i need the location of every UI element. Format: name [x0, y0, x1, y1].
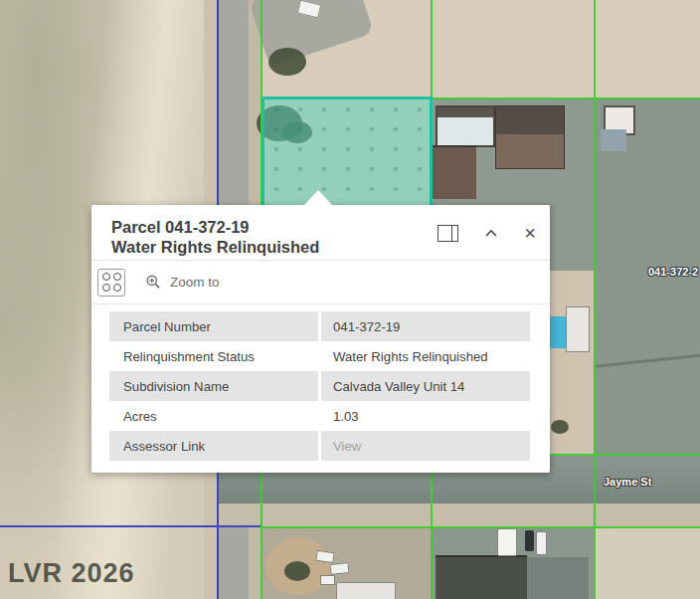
- pool-property-strip: [545, 271, 594, 460]
- truck: [320, 575, 335, 585]
- field-edge-line: [586, 352, 700, 369]
- brown-structure: [433, 145, 476, 199]
- field-row-acres: Acres 1.03: [109, 401, 530, 431]
- map-viewport[interactable]: 041-372-2 Jayme St LVR 2026 Parcel 041-3…: [0, 0, 700, 599]
- parcel-number-map-label: 041-372-2: [648, 266, 698, 278]
- field-value: Water Rights Relinquished: [321, 341, 530, 371]
- selected-parcel-highlight[interactable]: [262, 97, 433, 211]
- parcel-line-vertical-3: [594, 0, 596, 599]
- gray-roof-building: [601, 129, 626, 151]
- white-car: [536, 531, 547, 555]
- dock-button[interactable]: [438, 223, 458, 243]
- popup-header: Parcel 041-372-19 Water Rights Relinquis…: [91, 205, 550, 261]
- field-row-parcel-number: Parcel Number 041-372-19: [109, 311, 530, 341]
- close-icon: ×: [524, 225, 536, 241]
- zoom-to-icon: [145, 274, 162, 291]
- main-house-building: [495, 105, 565, 169]
- truck: [315, 550, 334, 563]
- field-label: Relinquishment Status: [109, 341, 318, 371]
- watermark-text: LVR 2026: [8, 558, 135, 589]
- blue-section-line-horizontal: [0, 525, 262, 527]
- field-value: 041-372-19: [321, 311, 530, 341]
- close-button[interactable]: ×: [524, 223, 536, 243]
- bottom-lot-left: [261, 527, 431, 599]
- dock-icon: [438, 225, 458, 242]
- zoom-to-button[interactable]: Zoom to: [139, 273, 226, 292]
- attribute-table: Parcel Number 041-372-19 Relinquishment …: [109, 311, 530, 461]
- field-row-subdivision-name: Subdivision Name Calvada Valley Unit 14: [109, 371, 530, 401]
- bush: [284, 561, 310, 581]
- field-label: Parcel Number: [109, 311, 318, 341]
- chevron-up-icon: [484, 228, 498, 238]
- white-shed-building: [436, 105, 495, 147]
- road-shoulder: [219, 503, 700, 527]
- bush: [268, 48, 306, 76]
- features-grid-icon: [102, 273, 110, 281]
- dark-roof-building: [436, 555, 527, 599]
- white-car: [497, 528, 517, 556]
- field-value: 1.03: [321, 401, 530, 431]
- swimming-pool: [548, 316, 568, 348]
- popup-toolbar: Zoom to: [91, 261, 550, 304]
- assessor-view-link[interactable]: View: [333, 439, 361, 454]
- bottom-lot-middle: [431, 527, 594, 599]
- street-name-label: Jayme St: [604, 476, 651, 488]
- bottom-lot-right: [594, 527, 700, 599]
- bush: [551, 420, 569, 434]
- feature-popup: Parcel 041-372-19 Water Rights Relinquis…: [91, 205, 550, 473]
- pool-house-roof: [566, 306, 590, 352]
- field-row-assessor-link: Assessor Link View: [109, 431, 530, 461]
- field-label: Assessor Link: [109, 431, 318, 461]
- truck: [329, 562, 349, 575]
- field-value: Calvada Valley Unit 14: [321, 371, 530, 401]
- field-label: Acres: [109, 401, 318, 431]
- zoom-to-label: Zoom to: [170, 275, 220, 290]
- white-roof-building: [336, 582, 396, 599]
- patio-area: [527, 557, 589, 599]
- popup-header-controls: ×: [438, 223, 536, 243]
- field-row-relinquishment-status: Relinquishment Status Water Rights Relin…: [109, 341, 530, 371]
- dark-car: [525, 530, 534, 551]
- collapse-button[interactable]: [484, 223, 498, 243]
- field-label: Subdivision Name: [109, 371, 318, 401]
- feature-menu-button[interactable]: [97, 269, 125, 297]
- parcel-line-horizontal-3: [261, 526, 700, 528]
- popup-callout-arrow: [304, 190, 332, 205]
